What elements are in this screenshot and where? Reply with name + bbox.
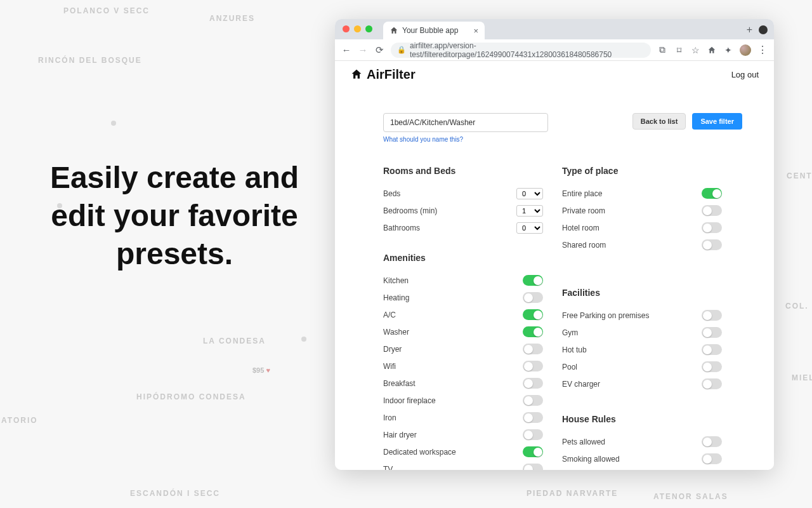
place-type-row: Private room: [562, 202, 722, 219]
map-district-label: LA CONDESA: [203, 337, 266, 345]
facility-label: EV charger: [562, 380, 600, 389]
filter-name-input[interactable]: [383, 113, 548, 132]
map-price-marker: $95 ♥: [252, 366, 270, 374]
amenity-toggle[interactable]: [523, 361, 543, 371]
amenity-label: Iron: [383, 413, 396, 422]
rooms-row: Beds0: [383, 185, 543, 202]
screen-share-icon[interactable]: ⧉: [657, 45, 667, 55]
brand-house-icon: [350, 68, 363, 81]
facility-toggle[interactable]: [702, 378, 722, 389]
browser-window: Your Bubble app × + ← → ⟳ 🔒 airfilter.ap…: [335, 19, 774, 470]
house-rule-toggle[interactable]: [702, 436, 722, 447]
amenity-toggle[interactable]: [523, 429, 543, 440]
facility-label: Free Parking on premises: [562, 311, 649, 320]
nav-back-button[interactable]: ←: [341, 44, 351, 55]
amenity-row: Wifi: [383, 358, 543, 375]
place-type-toggle[interactable]: [702, 239, 722, 250]
place-type-label: Private room: [562, 206, 605, 215]
back-to-list-button[interactable]: Back to list: [632, 113, 686, 130]
marketing-headline: Easily create and edit your favorite pre…: [38, 159, 311, 273]
map-district-label: CENT: [787, 171, 812, 180]
rooms-select[interactable]: 0: [516, 222, 543, 234]
nav-forward-button[interactable]: →: [358, 44, 368, 55]
amenity-toggle[interactable]: [523, 446, 543, 457]
rooms-label: Bedrooms (min): [383, 206, 437, 215]
amenity-row: TV: [383, 460, 543, 470]
map-district-label: ATORIO: [1, 416, 38, 425]
facility-row: Hot tub: [562, 341, 722, 358]
section-rules-title: House Rules: [562, 414, 722, 424]
amenity-label: Kitchen: [383, 276, 409, 285]
section-facilities-title: Facilities: [562, 288, 722, 298]
window-controls[interactable]: [343, 25, 372, 32]
maximize-window-icon[interactable]: [365, 25, 372, 32]
tab-title: Your Bubble app: [402, 26, 458, 35]
amenity-row: Washer: [383, 323, 543, 340]
place-type-toggle[interactable]: [702, 222, 722, 233]
facility-label: Gym: [562, 328, 578, 337]
amenity-label: Hair dryer: [383, 431, 417, 439]
amenity-toggle[interactable]: [523, 378, 543, 389]
browser-tab[interactable]: Your Bubble app ×: [383, 22, 485, 39]
amenity-row: Heating: [383, 289, 543, 306]
amenity-toggle[interactable]: [523, 412, 543, 423]
map-district-label: ESCANDÓN I SECC: [130, 489, 220, 498]
app-brand[interactable]: AirFilter: [350, 67, 416, 82]
filter-name-hint[interactable]: What should you name this?: [383, 136, 548, 143]
amenity-toggle[interactable]: [523, 326, 543, 337]
house-rule-row: Pets allowed: [562, 433, 722, 450]
facility-toggle[interactable]: [702, 344, 722, 355]
amenity-toggle[interactable]: [523, 292, 543, 303]
new-tab-button[interactable]: +: [747, 24, 752, 36]
house-rule-label: Pets allowed: [562, 438, 605, 446]
amenity-row: Dedicated workspace: [383, 443, 543, 460]
house-rule-label: Smoking allowed: [562, 455, 620, 464]
logout-link[interactable]: Log out: [731, 70, 759, 79]
rooms-select[interactable]: 0: [516, 188, 543, 199]
place-type-toggle[interactable]: [702, 188, 722, 199]
nav-reload-button[interactable]: ⟳: [374, 44, 384, 56]
amenity-toggle[interactable]: [523, 395, 543, 406]
address-bar[interactable]: 🔒 airfilter.app/version-test/filteredito…: [391, 43, 651, 58]
tab-overflow-icon[interactable]: [759, 25, 768, 34]
extensions-puzzle-icon[interactable]: ✦: [723, 45, 733, 55]
minimize-window-icon[interactable]: [354, 25, 361, 32]
amenity-label: Dedicated workspace: [383, 448, 456, 457]
save-filter-button[interactable]: Save filter: [692, 113, 742, 130]
place-type-toggle[interactable]: [702, 205, 722, 216]
place-type-row: Hotel room: [562, 219, 722, 236]
bookmark-star-icon[interactable]: ☆: [690, 45, 700, 55]
rooms-label: Beds: [383, 189, 400, 198]
amenity-row: Indoor fireplace: [383, 392, 543, 409]
url-text: airfilter.app/version-test/filtereditorp…: [410, 41, 645, 59]
facility-row: EV charger: [562, 375, 722, 392]
amenity-row: Kitchen: [383, 272, 543, 289]
close-window-icon[interactable]: [343, 25, 350, 32]
amenity-toggle[interactable]: [523, 309, 543, 320]
map-district-label: COL. OBR: [785, 302, 812, 311]
house-rule-row: Smoking allowed: [562, 450, 722, 467]
browser-toolbar: ← → ⟳ 🔒 airfilter.app/version-test/filte…: [335, 39, 774, 61]
amenity-label: A/C: [383, 311, 396, 319]
house-rule-toggle[interactable]: [702, 453, 722, 464]
rooms-row: Bathrooms0: [383, 219, 543, 236]
amenity-toggle[interactable]: [523, 344, 543, 354]
facility-toggle[interactable]: [702, 361, 722, 372]
amenity-label: Heating: [383, 293, 409, 302]
map-district-label: MIEL: [792, 373, 812, 382]
facility-toggle[interactable]: [702, 327, 722, 338]
amenity-toggle[interactable]: [523, 464, 543, 470]
map-district-label: PIEDAD NARVARTE: [527, 489, 618, 498]
browser-menu-icon[interactable]: ⋮: [757, 44, 768, 56]
translate-icon[interactable]: ⌑: [674, 45, 684, 55]
place-type-label: Shared room: [562, 241, 606, 250]
amenity-toggle[interactable]: [523, 275, 543, 286]
profile-avatar[interactable]: [740, 44, 751, 56]
rooms-label: Bathrooms: [383, 224, 420, 232]
close-tab-icon[interactable]: ×: [473, 26, 478, 36]
amenity-label: Indoor fireplace: [383, 396, 436, 405]
amenity-label: Breakfast: [383, 379, 416, 388]
rooms-select[interactable]: 1: [516, 205, 543, 217]
extension-icon[interactable]: [707, 45, 717, 55]
facility-toggle[interactable]: [702, 310, 722, 321]
